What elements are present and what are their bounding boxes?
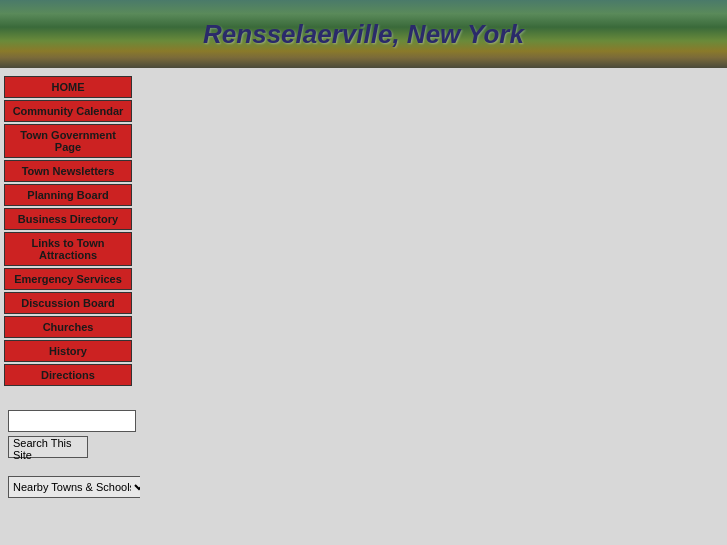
nav-button-town-newsletters[interactable]: Town Newsletters <box>4 160 132 182</box>
search-input[interactable] <box>8 410 136 432</box>
nav-buttons: HOMECommunity CalendarTown Government Pa… <box>4 76 136 388</box>
search-area: Search This Site <box>4 410 136 458</box>
search-button[interactable]: Search This Site <box>8 436 88 458</box>
nav-button-planning-board[interactable]: Planning Board <box>4 184 132 206</box>
nav-button-discussion-board[interactable]: Discussion Board <box>4 292 132 314</box>
nav-button-history[interactable]: History <box>4 340 132 362</box>
site-title: Rensselaerville, New York <box>203 19 524 50</box>
nav-button-home[interactable]: HOME <box>4 76 132 98</box>
nav-button-business-directory[interactable]: Business Directory <box>4 208 132 230</box>
nav-button-town-government[interactable]: Town Government Page <box>4 124 132 158</box>
sidebar: HOMECommunity CalendarTown Government Pa… <box>0 68 140 545</box>
nav-button-directions[interactable]: Directions <box>4 364 132 386</box>
nav-button-churches[interactable]: Churches <box>4 316 132 338</box>
main-layout: HOMECommunity CalendarTown Government Pa… <box>0 68 727 545</box>
nav-button-community-calendar[interactable]: Community Calendar <box>4 100 132 122</box>
header: Rensselaerville, New York <box>0 0 727 68</box>
nearby-towns-schools-select[interactable]: Nearby Towns & SchoolsNearby TownsSchool… <box>8 476 148 498</box>
content-area <box>140 68 727 545</box>
nav-button-emergency-services[interactable]: Emergency Services <box>4 268 132 290</box>
nav-button-links-to-attractions[interactable]: Links to Town Attractions <box>4 232 132 266</box>
dropdown-area: Nearby Towns & SchoolsNearby TownsSchool… <box>4 476 136 498</box>
